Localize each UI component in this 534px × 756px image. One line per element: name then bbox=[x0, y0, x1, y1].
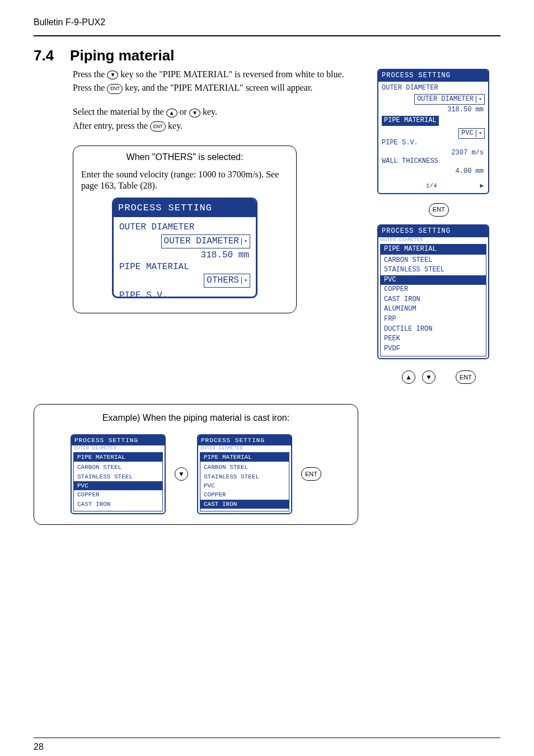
text: Press the bbox=[73, 83, 107, 92]
material-option[interactable]: PVDF bbox=[381, 344, 486, 354]
lcd-list-header: PIPE MATERIAL bbox=[74, 453, 162, 462]
material-option[interactable]: ALUMINUM bbox=[381, 304, 486, 314]
select-value: PVC bbox=[461, 129, 474, 138]
material-option[interactable]: PEEK bbox=[381, 334, 486, 344]
material-option[interactable]: COPPER bbox=[200, 490, 289, 499]
lcd-outer-diameter-value: 318.50 mm bbox=[119, 250, 250, 261]
material-option[interactable]: PVC bbox=[200, 481, 289, 490]
right-arrow-icon[interactable]: ▶ bbox=[480, 182, 484, 190]
chevron-down-icon: ▾ bbox=[241, 277, 247, 284]
ent-key-icon: ENT bbox=[150, 121, 166, 132]
up-key-icon: ▲ bbox=[166, 109, 177, 118]
lcd-list-header: PIPE MATERIAL bbox=[381, 245, 486, 255]
text: Select the material by the bbox=[73, 107, 166, 116]
lcd-pipe-sv-value: 2307 m/s bbox=[382, 149, 485, 158]
text: After entry, press the bbox=[73, 121, 150, 130]
text: key. bbox=[203, 107, 217, 116]
lcd-outer-diameter-select[interactable]: OUTER DIAMETER ▾ bbox=[414, 94, 485, 105]
select-value: OTHERS bbox=[207, 275, 239, 287]
lcd-outer-diameter-select[interactable]: OUTER DIAMETER ▾ bbox=[161, 234, 250, 248]
others-panel-title: When "OTHERS" is selected: bbox=[81, 152, 288, 163]
ent-key-icon: ENT bbox=[107, 84, 123, 94]
lcd-wall-thickness-value: 4.00 mm bbox=[382, 167, 485, 176]
lcd-header: PROCESS SETTING bbox=[72, 435, 165, 445]
lcd-pipe-material-select[interactable]: PVC ▾ bbox=[458, 128, 485, 139]
top-rule bbox=[34, 35, 500, 36]
lcd-wall-thickness-label: WALL THICKNESS bbox=[382, 157, 485, 166]
material-option[interactable]: COPPER bbox=[381, 285, 486, 295]
lcd-pipe-material-label: PIPE MATERIAL bbox=[119, 261, 250, 273]
lcd-header: PROCESS SETTING bbox=[114, 199, 256, 217]
lcd-pipe-sv-label: PIPE S.V. bbox=[382, 139, 485, 148]
material-option[interactable]: STAINLESS STEEL bbox=[381, 265, 486, 275]
material-option[interactable]: FRP bbox=[381, 314, 486, 325]
lcd-pipe-material-label-selected: PIPE MATERIAL bbox=[382, 116, 439, 126]
chevron-down-icon: ▾ bbox=[476, 130, 482, 137]
lcd-material-options[interactable]: CARBON STEELSTAINLESS STEELPVCCOPPERCAST… bbox=[381, 255, 486, 356]
material-option[interactable]: STAINLESS STEEL bbox=[200, 472, 289, 481]
text: key so the "PIPE MATERIAL" is reversed f… bbox=[120, 69, 344, 79]
down-key-icon: ▼ bbox=[175, 467, 188, 481]
chevron-down-icon: ▾ bbox=[476, 96, 482, 103]
text: or bbox=[180, 107, 189, 116]
lcd-process-setting-overview: PROCESS SETTING OUTER DIAMETER OUTER DIA… bbox=[377, 69, 489, 194]
para-4: After entry, press the ENT key. bbox=[73, 120, 366, 132]
others-panel: When "OTHERS" is selected: Enter the sou… bbox=[73, 145, 297, 313]
ghost-label: OUTER DIAMETER bbox=[198, 445, 291, 452]
text: Press the bbox=[73, 69, 107, 79]
down-key-icon: ▼ bbox=[189, 109, 200, 118]
example-panel: Example) When the piping material is cas… bbox=[34, 404, 358, 525]
lcd-outer-diameter-value: 318.50 mm bbox=[382, 106, 485, 115]
section-title-text: Piping material bbox=[70, 47, 174, 64]
down-key-icon: ▼ bbox=[422, 370, 435, 384]
material-option[interactable]: PVC bbox=[381, 275, 486, 285]
ent-key-icon: ENT bbox=[456, 370, 476, 384]
section-heading: 7.4 Piping material bbox=[34, 46, 500, 65]
lcd-outer-diameter-label: OUTER DIAMETER bbox=[119, 222, 250, 233]
lcd-example-after: PROCESS SETTING OUTER DIAMETER PIPE MATE… bbox=[197, 434, 292, 514]
material-option[interactable]: PVC bbox=[74, 481, 162, 490]
para-2: Press the ENT key, and the "PIPE MATERIA… bbox=[73, 82, 366, 94]
material-option[interactable]: CARBON STEEL bbox=[200, 463, 289, 472]
example-title: Example) When the piping material is cas… bbox=[44, 412, 348, 424]
lcd-material-options[interactable]: CARBON STEELSTAINLESS STEELPVCCOPPERCAST… bbox=[200, 462, 289, 510]
material-option[interactable]: CARBON STEEL bbox=[74, 463, 162, 472]
ghost-label: OUTER DIAMETER bbox=[72, 445, 165, 452]
select-value: OUTER DIAMETER bbox=[417, 95, 474, 104]
lcd-material-options[interactable]: CARBON STEELSTAINLESS STEELPVCCOPPERCAST… bbox=[74, 462, 162, 510]
lcd-example-before: PROCESS SETTING OUTER DIAMETER PIPE MATE… bbox=[71, 434, 166, 514]
chevron-down-icon: ▾ bbox=[241, 238, 247, 245]
material-option[interactable]: CAST IRON bbox=[74, 500, 162, 509]
bulletin-id: Bulletin F-9-PUX2 bbox=[34, 17, 500, 29]
lcd-page-indicator: 1/4 bbox=[426, 182, 437, 190]
lcd-others: PROCESS SETTING OUTER DIAMETER OUTER DIA… bbox=[112, 198, 257, 298]
section-number: 7.4 bbox=[34, 47, 54, 64]
up-key-icon: ▲ bbox=[402, 370, 415, 384]
ent-key-icon: ENT bbox=[301, 467, 321, 481]
lcd-outer-diameter-label: OUTER DIAMETER bbox=[382, 84, 485, 93]
lcd-header: PROCESS SETTING bbox=[378, 70, 488, 82]
material-option[interactable]: STAINLESS STEEL bbox=[74, 472, 162, 481]
material-option[interactable]: CAST IRON bbox=[200, 500, 289, 509]
lcd-pipe-material-select[interactable]: OTHERS ▾ bbox=[204, 274, 250, 288]
select-value: OUTER DIAMETER bbox=[164, 236, 239, 247]
para-3: Select the material by the ▲ or ▼ key. bbox=[73, 106, 366, 118]
ent-key-icon: ENT bbox=[429, 203, 449, 217]
material-option[interactable]: DUCTILE IRON bbox=[381, 325, 486, 335]
ghost-label: OUTER DIAMETER bbox=[378, 237, 488, 244]
lcd-list-header: PIPE MATERIAL bbox=[200, 453, 289, 462]
text: key. bbox=[168, 121, 182, 130]
material-option[interactable]: COPPER bbox=[74, 490, 162, 499]
lcd-header: PROCESS SETTING bbox=[378, 226, 488, 238]
others-panel-text: Enter the sound velocity (range: 1000 to… bbox=[81, 169, 288, 192]
page-number: 28 bbox=[34, 741, 500, 753]
lcd-header: PROCESS SETTING bbox=[198, 435, 291, 445]
material-option[interactable]: CAST IRON bbox=[381, 295, 486, 305]
text: key, and the "PIPE MATERIAL" screen will… bbox=[125, 83, 312, 92]
para-1: Press the ▼ key so the "PIPE MATERIAL" i… bbox=[73, 69, 366, 81]
lcd-material-list: PROCESS SETTING OUTER DIAMETER PIPE MATE… bbox=[377, 224, 489, 360]
material-option[interactable]: CARBON STEEL bbox=[381, 256, 486, 266]
lcd-pipe-sv-label: PIPE S.V. bbox=[119, 290, 250, 298]
down-key-icon: ▼ bbox=[107, 71, 118, 79]
bottom-rule bbox=[34, 738, 500, 738]
